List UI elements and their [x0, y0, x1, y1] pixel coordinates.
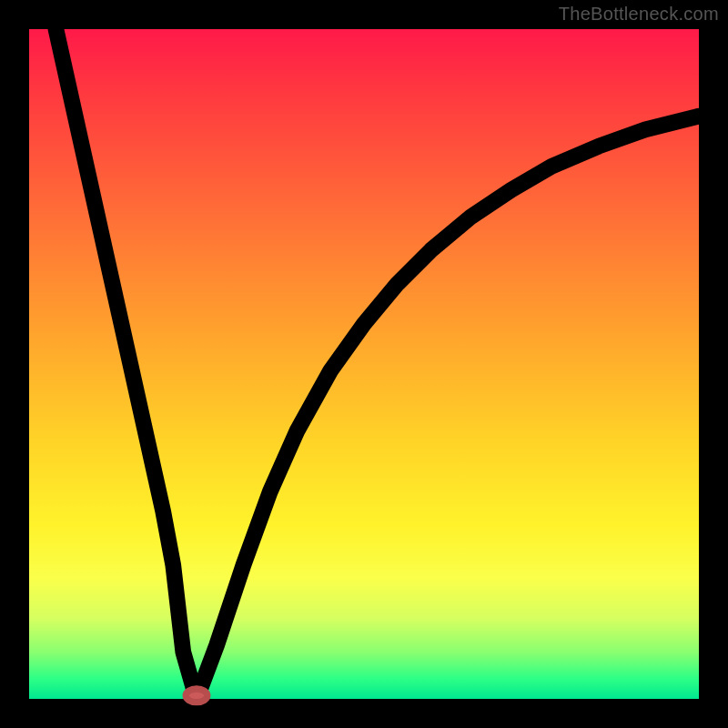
optimum-marker: [186, 689, 207, 703]
bottleneck-curve: [56, 29, 699, 699]
curve-svg: [29, 29, 699, 699]
plot-area: [29, 29, 699, 699]
watermark-text: TheBottleneck.com: [559, 4, 719, 25]
chart-frame: TheBottleneck.com: [0, 0, 728, 728]
